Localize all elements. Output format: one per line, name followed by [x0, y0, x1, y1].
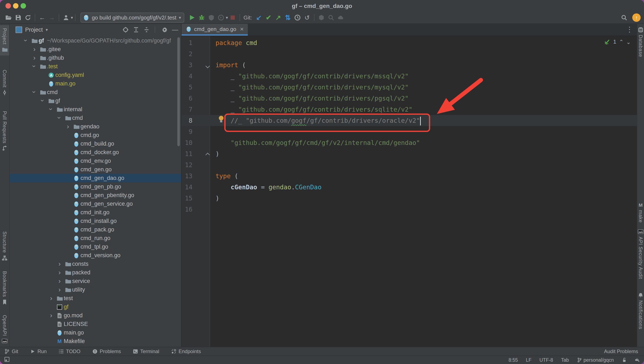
project-panel-title[interactable]: Project [25, 26, 43, 33]
tree-item-cmd-version-go[interactable]: cmd_version.go [10, 251, 181, 260]
tree-item-gf[interactable]: ›gf~/Workspace/Go/GOPATH/src/github.com/… [10, 36, 181, 45]
project-view-dropdown-arrow[interactable]: ▾ [46, 27, 48, 32]
tree-item-cmd-install-go[interactable]: cmd_install.go [10, 217, 181, 225]
sidebar-item-project[interactable]: Project [0, 25, 9, 56]
hide-panel-icon[interactable]: — [172, 26, 178, 33]
chevron-collapsed-icon[interactable]: › [47, 296, 55, 300]
toolwindow-button-endpoints[interactable]: Endpoints [171, 348, 201, 354]
run-button[interactable] [187, 13, 197, 22]
tree-item-makefile[interactable]: MMakefile [10, 337, 181, 346]
code-line-2[interactable]: 2 [182, 48, 637, 60]
chevron-collapsed-icon[interactable]: › [30, 47, 39, 52]
tree-item-cmd-init-go[interactable]: cmd_init.go [10, 208, 181, 217]
update-available-button[interactable]: ↑ [632, 14, 641, 22]
search-everywhere-icon[interactable] [619, 13, 629, 22]
sidebar-item-make[interactable]: Mmake [637, 199, 644, 226]
sidebar-item-structure[interactable]: Structure [0, 228, 9, 264]
chevron-expanded-icon[interactable]: › [30, 64, 39, 69]
tab-cmd-gen-dao[interactable]: cmd_gen_dao.go × [182, 24, 248, 36]
tree-item-go-mod[interactable]: ›go.mod [10, 311, 181, 320]
tree-item-cmd-gen-go[interactable]: cmd_gen.go [10, 165, 181, 174]
tree-item-gf[interactable]: ›gf [10, 96, 181, 105]
sidebar-item-notifications[interactable]: Notifications [637, 290, 644, 332]
code-line-12[interactable]: 12 [182, 160, 637, 170]
toolwindow-button-todo[interactable]: TODO [59, 348, 81, 354]
tree-item-cmd-gen-pbentity-go[interactable]: cmd_gen_pbentity.go [10, 191, 181, 200]
sidebar-item-openapi[interactable]: OpenAPI/API [0, 312, 9, 347]
debug-button[interactable] [197, 13, 206, 22]
prev-problem-icon[interactable]: ⌃ [619, 39, 623, 45]
tree-item-service[interactable]: ›service [10, 277, 181, 286]
git-update-icon[interactable]: ↙ [254, 13, 264, 22]
chevron-collapsed-icon[interactable]: › [55, 288, 64, 292]
tree-item-cmd-gen-service-go[interactable]: cmd_gen_service.go [10, 200, 181, 208]
code-line-10[interactable]: 10 "github.com/gogf/gf/cmd/gf/v2/interna… [182, 137, 637, 148]
tree-item-cmd-go[interactable]: cmd.go [10, 131, 181, 140]
tree-item-internal[interactable]: ›internal [10, 105, 181, 114]
locate-file-icon[interactable] [122, 26, 129, 33]
status-indent-style[interactable]: Tab [561, 357, 569, 363]
gear-icon[interactable] [161, 26, 168, 33]
code-line-16[interactable]: 16 [182, 204, 637, 215]
tree-item-gendao[interactable]: ›gendao [10, 122, 181, 131]
history-clock-icon[interactable] [293, 13, 302, 22]
inspection-widget[interactable]: 1 ⌃ ⌃ [604, 38, 630, 45]
code-line-4[interactable]: 4 _ "github.com/gogf/gf/contrib/drivers/… [182, 70, 637, 82]
code-line-5[interactable]: 5 _ "github.com/gogf/gf/contrib/drivers/… [182, 82, 637, 93]
code-line-14[interactable]: 14 cGenDao = gendao.CGenDao [182, 182, 637, 193]
chevron-expanded-icon[interactable]: › [47, 108, 55, 112]
code-line-3[interactable]: 3import ( [182, 60, 637, 70]
chevron-collapsed-icon[interactable]: › [30, 56, 39, 60]
fold-marker-icon[interactable] [205, 64, 210, 68]
tree-item-cmd-tpl-go[interactable]: cmd_tpl.go [10, 242, 181, 251]
tree-item--gitee[interactable]: ›.gitee [10, 45, 181, 54]
toolwindow-switcher-icon[interactable] [4, 357, 10, 363]
sidebar-item-commit[interactable]: Commit [0, 67, 9, 98]
tree-item-consts[interactable]: ›consts [10, 260, 181, 268]
tree-item-cmd-build-go[interactable]: cmd_build.go [10, 140, 181, 148]
user-dropdown-arrow[interactable]: ▾ [71, 15, 73, 20]
next-problem-icon[interactable]: ⌃ [626, 39, 630, 45]
status-git-branch[interactable]: personal/gqcn [577, 357, 614, 363]
tree-scrollbar[interactable] [177, 37, 180, 146]
tab-options-icon[interactable]: ⋮ [626, 25, 633, 34]
chevron-collapsed-icon[interactable]: › [55, 262, 64, 266]
chevron-collapsed-icon[interactable]: › [64, 124, 72, 129]
rollback-icon[interactable]: ↺ [302, 13, 312, 22]
code-line-13[interactable]: 13type ( [182, 170, 637, 182]
chevron-expanded-icon[interactable]: › [22, 39, 30, 43]
tree-item-cmd[interactable]: ›cmd [10, 114, 181, 122]
tree-item-main-go[interactable]: main.go [10, 328, 181, 337]
tree-item-utility[interactable]: ›utility [10, 286, 181, 294]
tree-item-gf[interactable]: gf [10, 303, 181, 311]
code-line-11[interactable]: 11) [182, 148, 637, 160]
tree-item--github[interactable]: ›.github [10, 54, 181, 62]
editor[interactable]: 1package cmd23import (4 _ "github.com/go… [182, 36, 637, 347]
code-line-1[interactable]: 1package cmd [182, 37, 637, 48]
chevron-collapsed-icon[interactable]: › [55, 270, 64, 275]
back-icon[interactable]: ← [37, 13, 47, 22]
sidebar-item-database[interactable]: Database [637, 24, 644, 60]
tree-item-packed[interactable]: ›packed [10, 268, 181, 277]
code-line-6[interactable]: 6 _ "github.com/gogf/gf/contrib/drivers/… [182, 93, 637, 104]
close-icon[interactable]: × [240, 26, 244, 33]
git-fetch-icon[interactable]: ⇅ [283, 13, 293, 22]
status-help-cloud-icon[interactable]: ? [635, 358, 640, 362]
tree-item-test[interactable]: ›test [10, 294, 181, 303]
toolwindow-button-run[interactable]: Run [30, 348, 47, 354]
tree-item-cmd-pack-go[interactable]: cmd_pack.go [10, 225, 181, 234]
save-all-icon[interactable] [14, 13, 23, 22]
status-line-separator[interactable]: LF [526, 357, 531, 363]
sidebar-item-bookmarks[interactable]: Bookmarks [0, 268, 9, 308]
tree-item--test[interactable]: ›.test [10, 62, 181, 71]
run-configuration-select[interactable]: go build github.com/gogf/gf/v2/.test ▾ [81, 12, 184, 22]
sync-icon[interactable] [23, 13, 33, 22]
fold-marker-icon[interactable] [205, 153, 210, 157]
sidebar-item-pull-requests[interactable]: Pull Requests [0, 108, 9, 154]
chevron-expanded-icon[interactable]: › [39, 99, 47, 103]
tree-item-config-yaml[interactable]: Aconfig.yaml [10, 71, 181, 80]
tree-item-cmd-gen-pb-go[interactable]: cmd_gen_pb.go [10, 182, 181, 191]
status-lock-icon[interactable] [622, 358, 627, 362]
tree-item-cmd-env-go[interactable]: cmd_env.go [10, 157, 181, 165]
code-line-15[interactable]: 15) [182, 193, 637, 204]
